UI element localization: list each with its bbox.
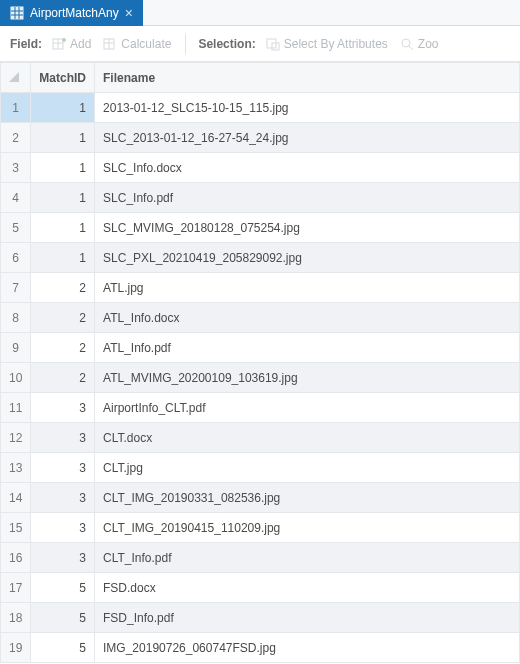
column-header-matchid[interactable]: MatchID bbox=[31, 63, 95, 93]
row-number[interactable]: 4 bbox=[1, 183, 31, 213]
cell-matchid[interactable]: 1 bbox=[31, 243, 95, 273]
table-row[interactable]: 143CLT_IMG_20190331_082536.jpg bbox=[1, 483, 520, 513]
cell-filename[interactable]: FSD.docx bbox=[95, 573, 520, 603]
cell-filename[interactable]: ATL_Info.pdf bbox=[95, 333, 520, 363]
cell-matchid[interactable]: 3 bbox=[31, 513, 95, 543]
row-number[interactable]: 6 bbox=[1, 243, 31, 273]
cell-matchid[interactable]: 5 bbox=[31, 603, 95, 633]
table-row[interactable]: 31SLC_Info.docx bbox=[1, 153, 520, 183]
cell-filename[interactable]: CLT.jpg bbox=[95, 453, 520, 483]
cell-matchid[interactable]: 1 bbox=[31, 213, 95, 243]
zoom-button[interactable]: Zoo bbox=[398, 35, 441, 53]
row-number[interactable]: 11 bbox=[1, 393, 31, 423]
cell-matchid[interactable]: 1 bbox=[31, 93, 95, 123]
table-row[interactable]: 21SLC_2013-01-12_16-27-54_24.jpg bbox=[1, 123, 520, 153]
table-row[interactable]: 112013-01-12_SLC15-10-15_115.jpg bbox=[1, 93, 520, 123]
table-calc-icon bbox=[103, 37, 117, 51]
cell-filename[interactable]: ATL_Info.docx bbox=[95, 303, 520, 333]
row-number[interactable]: 13 bbox=[1, 453, 31, 483]
row-number[interactable]: 12 bbox=[1, 423, 31, 453]
table-row[interactable]: 185FSD_Info.pdf bbox=[1, 603, 520, 633]
row-number[interactable]: 18 bbox=[1, 603, 31, 633]
row-number[interactable]: 1 bbox=[1, 93, 31, 123]
table-row[interactable]: 113AirportInfo_CLT.pdf bbox=[1, 393, 520, 423]
svg-marker-17 bbox=[9, 72, 19, 82]
cell-matchid[interactable]: 2 bbox=[31, 363, 95, 393]
row-number[interactable]: 14 bbox=[1, 483, 31, 513]
row-number[interactable]: 15 bbox=[1, 513, 31, 543]
table-row[interactable]: 41SLC_Info.pdf bbox=[1, 183, 520, 213]
cell-matchid[interactable]: 5 bbox=[31, 573, 95, 603]
row-number[interactable]: 7 bbox=[1, 273, 31, 303]
add-field-button[interactable]: Add bbox=[50, 35, 93, 53]
cell-matchid[interactable]: 5 bbox=[31, 633, 95, 663]
row-number[interactable]: 5 bbox=[1, 213, 31, 243]
cell-filename[interactable]: SLC_Info.pdf bbox=[95, 183, 520, 213]
cell-filename[interactable]: AirportInfo_CLT.pdf bbox=[95, 393, 520, 423]
cell-matchid[interactable]: 2 bbox=[31, 303, 95, 333]
select-by-attributes-button[interactable]: Select By Attributes bbox=[264, 35, 390, 53]
cell-filename[interactable]: 2013-01-12_SLC15-10-15_115.jpg bbox=[95, 93, 520, 123]
cell-matchid[interactable]: 3 bbox=[31, 543, 95, 573]
svg-line-16 bbox=[409, 46, 413, 50]
cell-matchid[interactable]: 2 bbox=[31, 273, 95, 303]
table-row[interactable]: 123CLT.docx bbox=[1, 423, 520, 453]
table-row[interactable]: 92ATL_Info.pdf bbox=[1, 333, 520, 363]
toolbar: Field: Add Calculate Selection: Select B… bbox=[0, 26, 520, 62]
table-container: MatchID Filename 112013-01-12_SLC15-10-1… bbox=[0, 62, 520, 664]
row-number[interactable]: 9 bbox=[1, 333, 31, 363]
table-row[interactable]: 61SLC_PXL_20210419_205829092.jpg bbox=[1, 243, 520, 273]
table-row[interactable]: 133CLT.jpg bbox=[1, 453, 520, 483]
table-row[interactable]: 102ATL_MVIMG_20200109_103619.jpg bbox=[1, 363, 520, 393]
cell-filename[interactable]: IMG_20190726_060747FSD.jpg bbox=[95, 633, 520, 663]
cell-matchid[interactable]: 1 bbox=[31, 123, 95, 153]
corner-header[interactable] bbox=[1, 63, 31, 93]
table-row[interactable]: 51SLC_MVIMG_20180128_075254.jpg bbox=[1, 213, 520, 243]
field-label: Field: bbox=[10, 37, 42, 51]
cell-filename[interactable]: CLT_Info.pdf bbox=[95, 543, 520, 573]
cell-matchid[interactable]: 2 bbox=[31, 333, 95, 363]
zoom-icon bbox=[400, 37, 414, 51]
table-row[interactable]: 82ATL_Info.docx bbox=[1, 303, 520, 333]
row-number[interactable]: 17 bbox=[1, 573, 31, 603]
close-icon[interactable]: × bbox=[125, 6, 133, 20]
row-number[interactable]: 8 bbox=[1, 303, 31, 333]
column-header-filename[interactable]: Filename bbox=[95, 63, 520, 93]
cell-filename[interactable]: CLT_IMG_20190415_110209.jpg bbox=[95, 513, 520, 543]
cell-matchid[interactable]: 3 bbox=[31, 393, 95, 423]
row-number[interactable]: 19 bbox=[1, 633, 31, 663]
cell-filename[interactable]: CLT.docx bbox=[95, 423, 520, 453]
cell-filename[interactable]: ATL.jpg bbox=[95, 273, 520, 303]
svg-point-15 bbox=[402, 39, 410, 47]
cell-filename[interactable]: SLC_Info.docx bbox=[95, 153, 520, 183]
cell-filename[interactable]: SLC_MVIMG_20180128_075254.jpg bbox=[95, 213, 520, 243]
calculate-button[interactable]: Calculate bbox=[101, 35, 173, 53]
cell-matchid[interactable]: 1 bbox=[31, 183, 95, 213]
add-field-label: Add bbox=[70, 37, 91, 51]
select-attr-icon bbox=[266, 37, 280, 51]
cell-matchid[interactable]: 3 bbox=[31, 453, 95, 483]
cell-filename[interactable]: ATL_MVIMG_20200109_103619.jpg bbox=[95, 363, 520, 393]
table-row[interactable]: 195IMG_20190726_060747FSD.jpg bbox=[1, 633, 520, 663]
cell-matchid[interactable]: 1 bbox=[31, 153, 95, 183]
tab-active[interactable]: AirportMatchAny × bbox=[0, 0, 143, 26]
row-number[interactable]: 10 bbox=[1, 363, 31, 393]
cell-filename[interactable]: SLC_PXL_20210419_205829092.jpg bbox=[95, 243, 520, 273]
cell-matchid[interactable]: 3 bbox=[31, 483, 95, 513]
table-row[interactable]: 163CLT_Info.pdf bbox=[1, 543, 520, 573]
cell-filename[interactable]: SLC_2013-01-12_16-27-54_24.jpg bbox=[95, 123, 520, 153]
cell-filename[interactable]: CLT_IMG_20190331_082536.jpg bbox=[95, 483, 520, 513]
row-number[interactable]: 3 bbox=[1, 153, 31, 183]
separator bbox=[185, 34, 186, 54]
table-row[interactable]: 175FSD.docx bbox=[1, 573, 520, 603]
selection-label: Selection: bbox=[198, 37, 255, 51]
row-number[interactable]: 16 bbox=[1, 543, 31, 573]
table-row[interactable]: 153CLT_IMG_20190415_110209.jpg bbox=[1, 513, 520, 543]
cell-filename[interactable]: FSD_Info.pdf bbox=[95, 603, 520, 633]
row-number[interactable]: 2 bbox=[1, 123, 31, 153]
select-by-attr-label: Select By Attributes bbox=[284, 37, 388, 51]
table-row[interactable]: 72ATL.jpg bbox=[1, 273, 520, 303]
cell-matchid[interactable]: 3 bbox=[31, 423, 95, 453]
tab-title: AirportMatchAny bbox=[30, 6, 119, 20]
data-table[interactable]: MatchID Filename 112013-01-12_SLC15-10-1… bbox=[0, 62, 520, 663]
